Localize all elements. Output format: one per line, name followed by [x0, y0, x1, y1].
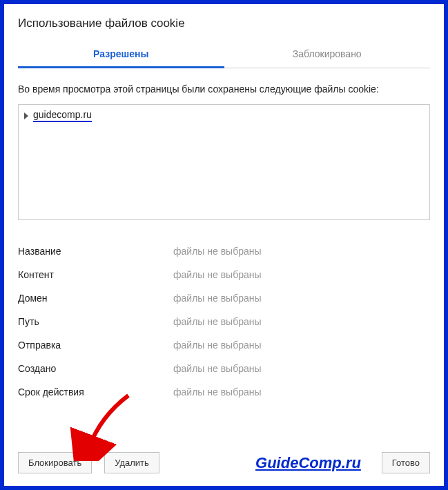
- tab-allowed[interactable]: Разрешены: [18, 41, 224, 68]
- button-bar: Блокировать Удалить GuideComp.ru Готово: [18, 452, 430, 473]
- tab-blocked[interactable]: Заблокировано: [224, 41, 431, 68]
- detail-value: файлы не выбраны: [173, 363, 262, 374]
- detail-value: файлы не выбраны: [173, 386, 262, 398]
- dialog-title: Использование файлов cookie: [18, 17, 430, 30]
- detail-row: Домен файлы не выбраны: [18, 286, 430, 310]
- detail-label: Контент: [18, 269, 173, 280]
- done-button[interactable]: Готово: [382, 452, 430, 473]
- description-text: Во время просмотра этой страницы были со…: [18, 84, 430, 95]
- detail-label: Создано: [18, 363, 173, 374]
- cookie-dialog: Использование файлов cookie Разрешены За…: [4, 4, 444, 486]
- delete-button[interactable]: Удалить: [104, 452, 159, 473]
- tree-domain-label: guidecomp.ru: [33, 109, 92, 122]
- detail-label: Срок действия: [18, 386, 173, 398]
- detail-row: Контент файлы не выбраны: [18, 263, 430, 286]
- tree-item-domain[interactable]: guidecomp.ru: [24, 109, 424, 122]
- detail-row: Название файлы не выбраны: [18, 239, 430, 263]
- detail-value: файлы не выбраны: [173, 269, 262, 280]
- dialog-frame: Использование файлов cookie Разрешены За…: [0, 0, 448, 490]
- detail-label: Название: [18, 246, 173, 257]
- watermark-text: GuideComp.ru: [255, 454, 361, 472]
- block-button[interactable]: Блокировать: [18, 452, 92, 473]
- detail-value: файлы не выбраны: [173, 293, 262, 304]
- cookie-details: Название файлы не выбраны Контент файлы …: [18, 239, 430, 404]
- detail-label: Отправка: [18, 340, 173, 351]
- tab-bar: Разрешены Заблокировано: [18, 41, 430, 68]
- detail-row: Создано файлы не выбраны: [18, 357, 430, 380]
- chevron-right-icon: [24, 112, 28, 119]
- detail-label: Домен: [18, 293, 173, 304]
- cookie-tree-list[interactable]: guidecomp.ru: [18, 104, 430, 220]
- detail-value: файлы не выбраны: [173, 316, 262, 327]
- detail-label: Путь: [18, 316, 173, 327]
- detail-row: Отправка файлы не выбраны: [18, 333, 430, 357]
- detail-row: Срок действия файлы не выбраны: [18, 380, 430, 404]
- detail-value: файлы не выбраны: [173, 340, 262, 351]
- detail-row: Путь файлы не выбраны: [18, 310, 430, 333]
- detail-value: файлы не выбраны: [173, 246, 262, 257]
